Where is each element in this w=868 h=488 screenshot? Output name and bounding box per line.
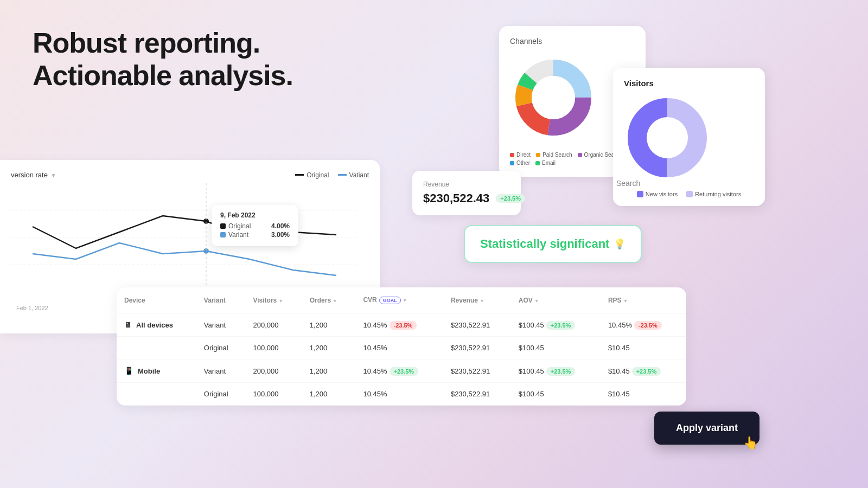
cvr-cell: 10.45%-23.5% <box>355 313 443 337</box>
revenue-card: Revenue $230,522.43 +23.5% <box>412 171 521 215</box>
col-orders[interactable]: Orders▼ <box>302 287 356 313</box>
col-rps[interactable]: RPS▼ <box>601 287 686 313</box>
legend-new-visitors: New visitors <box>646 191 678 197</box>
variant-cell: Original <box>196 337 246 359</box>
chart-header: version rate ▼ Original Vatiant <box>11 171 369 179</box>
revenue-cell: $230,522.91 <box>443 383 511 406</box>
channels-title: Channels <box>510 37 635 46</box>
visitors-cell: 200,000 <box>245 313 302 337</box>
rps-cell: $10.45+23.5% <box>601 359 686 383</box>
legend-variant: Vatiant <box>338 171 369 179</box>
stat-sig-card: Statistically significant 💡 <box>464 225 642 263</box>
hero-text: Robust reporting. Actionable analysis. <box>33 27 293 92</box>
mobile-icon: 📱 <box>124 367 133 375</box>
cvr-cell: 10.45% <box>355 337 443 359</box>
revenue-cell: $230,522.91 <box>443 359 511 383</box>
aov-cell: $100.45+23.5% <box>511 313 601 337</box>
device-name: All devices <box>136 321 173 329</box>
legend-direct: Direct <box>516 152 531 158</box>
hero-line1: Robust reporting. <box>33 27 293 60</box>
revenue-amount: $230,522.43 <box>423 191 489 206</box>
cvr-cell: 10.45% <box>355 383 443 406</box>
svg-point-6 <box>532 76 575 119</box>
revenue-label: Revenue <box>423 181 510 188</box>
col-revenue[interactable]: Revenue▼ <box>443 287 511 313</box>
version-rate-label: version rate <box>11 171 48 179</box>
info-icon: 💡 <box>614 238 626 250</box>
stat-sig-text: Statistically significant 💡 <box>480 237 626 251</box>
aov-cell: $100.45 <box>511 337 601 359</box>
col-device: Device <box>117 287 196 313</box>
revenue-cell: $230,522.91 <box>443 337 511 359</box>
rps-cell: $10.45 <box>601 337 686 359</box>
rps-cell: $10.45 <box>601 383 686 406</box>
chevron-down-icon: ▼ <box>51 172 56 178</box>
legend-other: Other <box>516 160 530 166</box>
visitors-cell: 100,000 <box>245 337 302 359</box>
legend-paid-search: Paid Search <box>542 152 572 158</box>
variant-cell: Original <box>196 383 246 406</box>
aov-badge-green: +23.5% <box>546 321 576 330</box>
table-row: 🖥All devices Variant 200,000 1,200 10.45… <box>117 313 686 337</box>
tooltip-date: 9, Feb 2022 <box>220 211 290 219</box>
legend-email: Email <box>542 160 556 166</box>
apply-variant-button[interactable]: Apply variant <box>654 412 760 445</box>
channels-donut-chart <box>510 54 597 141</box>
data-table: Device Variant Visitors▼ Orders▼ CVRGOAL… <box>117 287 686 406</box>
visitors-title: Visitors <box>624 79 754 88</box>
visitors-donut-chart <box>624 94 711 181</box>
orders-cell: 1,200 <box>302 313 356 337</box>
cvr-cell: 10.45%+23.5% <box>355 359 443 383</box>
visitors-legend: New visitors Returning visitors <box>624 191 754 197</box>
search-label: Search <box>616 179 640 188</box>
tooltip-row-variant: Variant 3.00% <box>220 231 290 239</box>
chart-tooltip: 9, Feb 2022 Original 4.00% Variant 3.00% <box>212 205 298 246</box>
stat-sig-label: Statistically significant <box>480 237 609 251</box>
cvr-badge-green: +23.5% <box>390 367 419 376</box>
aov-badge-green: +23.5% <box>546 367 576 376</box>
col-aov[interactable]: AOV▼ <box>511 287 601 313</box>
orders-cell: 1,200 <box>302 359 356 383</box>
chart-legend: Original Vatiant <box>295 171 369 179</box>
hero-line2: Actionable analysis. <box>33 60 293 92</box>
table-row: Original 100,000 1,200 10.45% $230,522.9… <box>117 337 686 359</box>
svg-point-9 <box>647 117 688 158</box>
rps-badge-red: -23.5% <box>634 321 662 330</box>
table-row: 📱Mobile Variant 200,000 1,200 10.45%+23.… <box>117 359 686 383</box>
line-chart-svg <box>11 183 358 297</box>
col-variant: Variant <box>196 287 246 313</box>
aov-cell: $100.45 <box>511 383 601 406</box>
cvr-badge-red: -23.5% <box>390 321 417 330</box>
aov-cell: $100.45+23.5% <box>511 359 601 383</box>
rps-badge-green: +23.5% <box>632 367 661 376</box>
col-visitors[interactable]: Visitors▼ <box>245 287 302 313</box>
revenue-value: $230,522.43 +23.5% <box>423 191 510 206</box>
all-devices-icon: 🖥 <box>124 320 132 329</box>
rps-cell: 10.45%-23.5% <box>601 313 686 337</box>
orders-cell: 1,200 <box>302 383 356 406</box>
legend-original: Original <box>295 171 329 179</box>
table-header-row: Device Variant Visitors▼ Orders▼ CVRGOAL… <box>117 287 686 313</box>
orders-cell: 1,200 <box>302 337 356 359</box>
legend-returning-visitors: Returning visitors <box>695 191 741 197</box>
tooltip-row-original: Original 4.00% <box>220 222 290 230</box>
device-name: Mobile <box>138 367 160 375</box>
visitors-cell: 100,000 <box>245 383 302 406</box>
col-cvr[interactable]: CVRGOAL▼ <box>355 287 443 313</box>
revenue-badge: +23.5% <box>496 194 525 203</box>
version-rate-selector[interactable]: version rate ▼ <box>11 171 56 179</box>
chart-container: 9, Feb 2022 Original 4.00% Variant 3.00% <box>11 183 369 303</box>
variant-cell: Variant <box>196 359 246 383</box>
variant-cell: Variant <box>196 313 246 337</box>
revenue-cell: $230,522.91 <box>443 313 511 337</box>
visitors-cell: 200,000 <box>245 359 302 383</box>
table-row: Original 100,000 1,200 10.45% $230,522.9… <box>117 383 686 406</box>
